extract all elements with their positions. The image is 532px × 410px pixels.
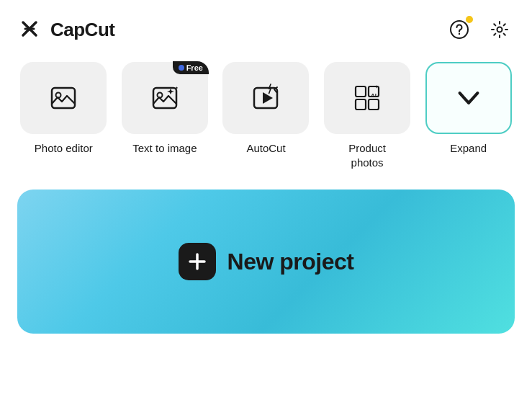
capcut-logo-icon	[17, 17, 43, 43]
svg-text:AI: AI	[371, 92, 377, 99]
logo-text: CapCut	[50, 19, 114, 41]
autocut-icon-box	[222, 62, 309, 134]
expand-label: Expand	[450, 141, 487, 156]
new-project-banner[interactable]: New project	[17, 190, 515, 334]
svg-point-2	[497, 27, 502, 32]
svg-rect-9	[356, 86, 366, 97]
app-container: CapCut	[0, 0, 532, 410]
svg-rect-12	[369, 99, 379, 110]
autocut-label: AutoCut	[246, 141, 285, 156]
tool-card-photo-editor[interactable]: Photo editor	[17, 62, 110, 156]
tool-card-text-to-image[interactable]: Free Text to image	[119, 62, 212, 156]
svg-rect-11	[356, 99, 366, 110]
text-to-image-icon-box: Free	[122, 62, 208, 134]
product-photos-icon-box: AI	[324, 62, 410, 134]
svg-marker-8	[263, 92, 273, 104]
photo-editor-icon-box	[20, 62, 107, 134]
free-badge: Free	[173, 61, 209, 74]
text-to-image-icon	[149, 82, 181, 114]
settings-icon	[490, 19, 510, 40]
product-photos-label: Product photos	[348, 141, 386, 169]
svg-point-1	[459, 33, 460, 35]
svg-rect-5	[153, 88, 176, 108]
help-circle-icon	[449, 19, 469, 40]
new-project-label: New project	[227, 249, 354, 275]
photo-editor-icon	[48, 82, 79, 114]
chevron-down-icon	[453, 82, 484, 114]
photo-editor-label: Photo editor	[35, 141, 93, 156]
tool-card-product-photos[interactable]: AI Product photos	[321, 62, 414, 169]
header: CapCut	[17, 14, 515, 45]
autocut-icon	[250, 82, 281, 114]
text-to-image-label: Text to image	[132, 141, 197, 156]
plus-icon-box	[179, 243, 216, 280]
tool-card-expand[interactable]: Expand	[422, 62, 515, 156]
plus-icon	[186, 251, 208, 272]
expand-icon-box	[425, 62, 512, 134]
svg-rect-3	[52, 88, 75, 108]
product-photos-icon: AI	[351, 82, 383, 114]
tool-card-autocut[interactable]: AutoCut	[220, 62, 312, 156]
notification-dot	[466, 16, 473, 23]
free-badge-dot	[179, 65, 184, 71]
tools-row: Photo editor Free Text to image	[17, 62, 515, 169]
new-project-inner: New project	[179, 243, 354, 280]
settings-button[interactable]	[484, 14, 515, 45]
logo-area: CapCut	[17, 17, 114, 43]
help-button[interactable]	[444, 14, 474, 45]
header-icons	[444, 14, 515, 45]
